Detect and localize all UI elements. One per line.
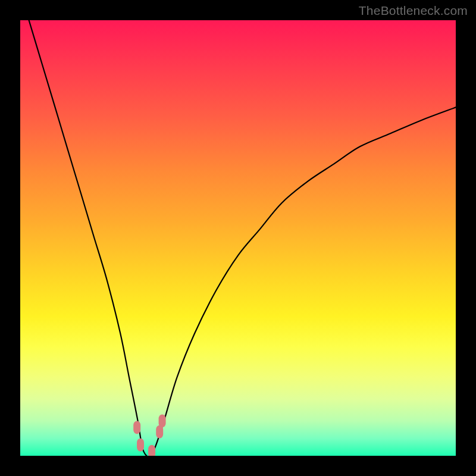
curve-marker bbox=[133, 421, 140, 434]
curve-marker bbox=[159, 414, 166, 427]
chart-frame: TheBottleneck.com bbox=[0, 0, 476, 476]
watermark-text: TheBottleneck.com bbox=[359, 4, 468, 18]
plot-area bbox=[20, 20, 456, 456]
curve-marker bbox=[137, 439, 144, 452]
curve-marker bbox=[148, 445, 155, 456]
chart-svg bbox=[20, 20, 456, 456]
bottleneck-curve bbox=[29, 20, 456, 456]
